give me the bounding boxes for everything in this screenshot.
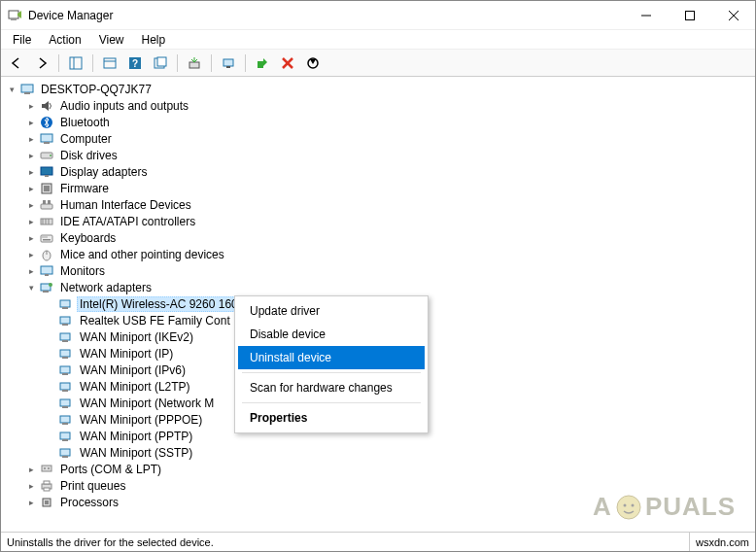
context-menu: Update driver Disable device Uninstall d… bbox=[234, 295, 429, 433]
disable-device-button[interactable] bbox=[301, 52, 325, 74]
ports-icon bbox=[39, 462, 54, 477]
menu-file[interactable]: File bbox=[5, 31, 39, 49]
titlebar: Device Manager bbox=[1, 1, 755, 30]
svg-point-27 bbox=[50, 155, 52, 156]
toolbar-separator bbox=[58, 54, 59, 72]
show-hide-tree-button[interactable] bbox=[64, 52, 87, 74]
scan-hardware-button[interactable] bbox=[217, 52, 240, 74]
tree-item-network[interactable]: ▾Network adapters bbox=[20, 279, 755, 295]
processor-icon bbox=[39, 495, 54, 510]
tree-item-firmware[interactable]: ▸Firmware bbox=[20, 180, 755, 196]
tree-item-ide[interactable]: ▸IDE ATA/ATAPI controllers bbox=[20, 213, 755, 229]
menu-action[interactable]: Action bbox=[41, 31, 88, 49]
svg-rect-64 bbox=[62, 406, 68, 408]
minimize-button[interactable] bbox=[624, 1, 668, 30]
tree-item-display[interactable]: ▸Display adapters bbox=[20, 163, 755, 180]
expand-icon[interactable]: ▸ bbox=[24, 463, 38, 476]
expand-icon[interactable]: ▾ bbox=[5, 83, 18, 96]
back-button[interactable] bbox=[5, 52, 28, 74]
expand-icon[interactable]: ▸ bbox=[24, 231, 38, 245]
maximize-button[interactable] bbox=[668, 1, 711, 30]
tree-item-monitors[interactable]: ▸Monitors bbox=[20, 262, 755, 279]
svg-rect-70 bbox=[62, 456, 68, 458]
network-adapter-icon bbox=[58, 396, 74, 411]
ctx-separator bbox=[242, 402, 421, 403]
expand-icon[interactable]: ▸ bbox=[24, 496, 38, 509]
menu-help[interactable]: Help bbox=[134, 31, 174, 49]
expand-icon[interactable]: ▸ bbox=[24, 198, 38, 212]
svg-rect-68 bbox=[62, 439, 68, 441]
toolbar: ? bbox=[1, 50, 755, 77]
tree-item-hid[interactable]: ▸Human Interface Devices bbox=[20, 196, 755, 213]
expand-icon[interactable]: ▸ bbox=[24, 132, 38, 146]
enable-device-button[interactable] bbox=[251, 52, 274, 74]
tree-root[interactable]: ▾ DESKTOP-QQ7JK77 bbox=[1, 81, 755, 97]
uninstall-device-button[interactable] bbox=[276, 52, 299, 74]
expand-icon[interactable]: ▸ bbox=[24, 99, 38, 113]
svg-rect-17 bbox=[258, 61, 263, 68]
bluetooth-icon bbox=[39, 115, 54, 130]
expand-icon[interactable]: ▸ bbox=[24, 149, 38, 162]
tree-item-diskdrives[interactable]: ▸Disk drives bbox=[20, 147, 755, 163]
svg-rect-22 bbox=[24, 92, 30, 94]
expand-icon[interactable]: ▸ bbox=[24, 264, 38, 278]
properties-button[interactable] bbox=[98, 52, 121, 74]
expand-icon[interactable]: ▸ bbox=[24, 248, 38, 261]
svg-point-41 bbox=[44, 236, 45, 237]
tree-item-bluetooth[interactable]: ▸Bluetooth bbox=[20, 114, 755, 130]
tree-item-printq[interactable]: ▸Print queues bbox=[20, 477, 755, 494]
svg-point-72 bbox=[44, 467, 46, 469]
ide-icon bbox=[39, 214, 54, 229]
svg-rect-60 bbox=[62, 373, 68, 375]
tree-item-computer[interactable]: ▸Computer bbox=[20, 130, 755, 147]
svg-rect-3 bbox=[685, 11, 694, 19]
update-driver-button[interactable] bbox=[183, 52, 206, 74]
network-icon bbox=[39, 280, 54, 295]
svg-rect-25 bbox=[44, 142, 50, 144]
svg-rect-6 bbox=[70, 57, 82, 69]
expand-icon[interactable]: ▸ bbox=[24, 182, 38, 195]
network-adapter-icon bbox=[58, 362, 74, 378]
tree-item-ports[interactable]: ▸Ports (COM & LPT) bbox=[20, 461, 755, 477]
expand-icon[interactable]: ▸ bbox=[24, 479, 38, 493]
close-button[interactable] bbox=[711, 1, 755, 30]
status-source: wsxdn.com bbox=[689, 533, 755, 551]
view-button[interactable] bbox=[149, 52, 172, 74]
network-adapter-icon bbox=[58, 296, 74, 312]
ctx-uninstall-device[interactable]: Uninstall device bbox=[238, 346, 425, 369]
svg-rect-43 bbox=[43, 239, 51, 241]
display-icon bbox=[39, 164, 54, 180]
svg-rect-0 bbox=[9, 11, 18, 18]
device-tree-pane[interactable]: ▾ DESKTOP-QQ7JK77 ▸Audio inputs and outp… bbox=[1, 77, 755, 532]
tree-item-mice[interactable]: ▸Mice and other pointing devices bbox=[20, 246, 755, 262]
network-adapter-icon bbox=[58, 429, 74, 444]
ctx-properties[interactable]: Properties bbox=[238, 406, 425, 430]
ctx-disable-device[interactable]: Disable device bbox=[238, 323, 425, 346]
forward-button[interactable] bbox=[30, 52, 53, 74]
network-adapter-icon bbox=[58, 379, 74, 395]
svg-rect-59 bbox=[60, 366, 70, 373]
svg-point-42 bbox=[46, 236, 47, 237]
svg-point-73 bbox=[48, 467, 50, 469]
status-text: Uninstalls the driver for the selected d… bbox=[1, 536, 689, 548]
svg-rect-75 bbox=[44, 481, 50, 484]
collapse-icon[interactable]: ▾ bbox=[24, 281, 38, 294]
svg-rect-71 bbox=[42, 466, 52, 471]
expand-icon[interactable]: ▸ bbox=[24, 165, 38, 179]
ctx-update-driver[interactable]: Update driver bbox=[238, 299, 425, 323]
tree-item-wan-sstp[interactable]: WAN Miniport (SSTP) bbox=[40, 444, 755, 461]
expand-icon[interactable]: ▸ bbox=[24, 116, 38, 129]
tree-item-keyboards[interactable]: ▸Keyboards bbox=[20, 229, 755, 246]
ctx-scan-hardware[interactable]: Scan for hardware changes bbox=[238, 376, 425, 399]
svg-text:?: ? bbox=[132, 58, 138, 69]
keyboard-icon bbox=[39, 230, 54, 246]
tree-item-processors[interactable]: ▸Processors bbox=[20, 494, 755, 510]
tree-item-audio[interactable]: ▸Audio inputs and outputs bbox=[20, 97, 755, 114]
svg-rect-61 bbox=[60, 383, 70, 390]
svg-rect-57 bbox=[60, 350, 70, 357]
menu-view[interactable]: View bbox=[91, 31, 132, 49]
expand-icon[interactable]: ▸ bbox=[24, 215, 38, 228]
svg-rect-29 bbox=[45, 175, 49, 177]
help-button[interactable]: ? bbox=[123, 52, 147, 74]
svg-rect-52 bbox=[62, 307, 68, 309]
